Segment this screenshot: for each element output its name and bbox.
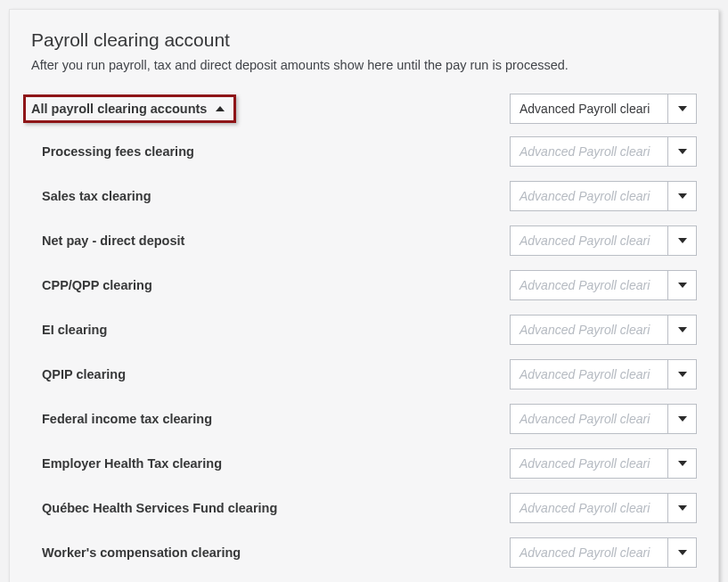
dropdown-toggle-button[interactable] (667, 449, 696, 478)
chevron-down-icon (678, 106, 687, 111)
row-label: Worker's compensation clearing (31, 545, 241, 562)
all-accounts-dropdown[interactable]: Advanced Payroll cleari (510, 94, 697, 124)
clearing-rows: Processing fees clearing Advanced Payrol… (31, 136, 697, 568)
cpp-qpp-dropdown[interactable]: Advanced Payroll cleari (510, 270, 697, 300)
processing-fees-dropdown[interactable]: Advanced Payroll cleari (510, 136, 697, 167)
clearing-row: Processing fees clearing Advanced Payrol… (31, 136, 697, 167)
clearing-row: CPP/QPP clearing Advanced Payroll cleari (31, 270, 697, 300)
quebec-health-dropdown[interactable]: Advanced Payroll cleari (510, 493, 697, 523)
clearing-row: Net pay - direct deposit Advanced Payrol… (31, 225, 697, 256)
dropdown-toggle-button[interactable] (667, 316, 696, 344)
chevron-down-icon (678, 283, 687, 288)
row-label: Federal income tax clearing (31, 411, 212, 428)
dropdown-toggle-button[interactable] (667, 360, 696, 389)
row-label: Employer Health Tax clearing (31, 455, 222, 472)
dropdown-value: Advanced Payroll cleari (511, 449, 667, 478)
clearing-row: Québec Health Services Fund clearing Adv… (31, 493, 697, 523)
dropdown-toggle-button[interactable] (667, 94, 696, 123)
sales-tax-dropdown[interactable]: Advanced Payroll cleari (510, 181, 697, 211)
dropdown-value: Advanced Payroll cleari (511, 271, 667, 299)
payroll-clearing-panel: Payroll clearing account After you run p… (9, 9, 719, 582)
federal-tax-dropdown[interactable]: Advanced Payroll cleari (510, 404, 697, 434)
dropdown-toggle-button[interactable] (667, 494, 696, 522)
employer-health-dropdown[interactable]: Advanced Payroll cleari (510, 448, 697, 479)
chevron-down-icon (678, 238, 687, 243)
chevron-up-icon (216, 106, 225, 111)
dropdown-value: Advanced Payroll cleari (511, 405, 667, 433)
row-label: Net pay - direct deposit (31, 233, 184, 250)
clearing-row: Federal income tax clearing Advanced Pay… (31, 404, 697, 434)
clearing-row: Sales tax clearing Advanced Payroll clea… (31, 181, 697, 211)
qpip-dropdown[interactable]: Advanced Payroll cleari (510, 359, 697, 389)
dropdown-toggle-button[interactable] (667, 271, 696, 299)
chevron-down-icon (678, 327, 687, 332)
net-pay-dropdown[interactable]: Advanced Payroll cleari (510, 225, 697, 256)
clearing-row: Worker's compensation clearing Advanced … (31, 537, 697, 568)
chevron-down-icon (678, 505, 687, 511)
dropdown-value: Advanced Payroll cleari (511, 137, 667, 166)
row-label: EI clearing (31, 322, 107, 339)
clearing-row: EI clearing Advanced Payroll cleari (31, 315, 697, 345)
dropdown-toggle-button[interactable] (667, 405, 696, 433)
row-label: Québec Health Services Fund clearing (31, 500, 277, 517)
row-label: QPIP clearing (31, 366, 126, 383)
row-label: Processing fees clearing (31, 143, 194, 160)
chevron-down-icon (678, 372, 687, 377)
toggle-label: All payroll clearing accounts (31, 102, 207, 116)
clearing-row: Employer Health Tax clearing Advanced Pa… (31, 448, 697, 479)
clearing-row: QPIP clearing Advanced Payroll cleari (31, 359, 697, 389)
dropdown-value: Advanced Payroll cleari (511, 226, 667, 255)
row-label: CPP/QPP clearing (31, 277, 152, 294)
ei-dropdown[interactable]: Advanced Payroll cleari (510, 315, 697, 345)
dropdown-toggle-button[interactable] (667, 538, 696, 567)
panel-description: After you run payroll, tax and direct de… (31, 58, 697, 72)
chevron-down-icon (678, 149, 687, 154)
workers-comp-dropdown[interactable]: Advanced Payroll cleari (510, 537, 697, 568)
dropdown-toggle-button[interactable] (667, 137, 696, 166)
toggle-row: All payroll clearing accounts Advanced P… (31, 94, 697, 124)
chevron-down-icon (678, 550, 687, 555)
chevron-down-icon (678, 461, 687, 466)
panel-title: Payroll clearing account (31, 29, 697, 51)
dropdown-toggle-button[interactable] (667, 226, 696, 255)
chevron-down-icon (678, 416, 687, 422)
dropdown-toggle-button[interactable] (667, 182, 696, 210)
dropdown-value: Advanced Payroll cleari (511, 538, 667, 567)
chevron-down-icon (678, 193, 687, 199)
dropdown-value: Advanced Payroll cleari (511, 360, 667, 389)
row-label: Sales tax clearing (31, 188, 151, 205)
all-payroll-clearing-toggle[interactable]: All payroll clearing accounts (23, 94, 236, 123)
dropdown-value: Advanced Payroll cleari (511, 182, 667, 210)
dropdown-value: Advanced Payroll cleari (511, 94, 667, 123)
dropdown-value: Advanced Payroll cleari (511, 494, 667, 522)
dropdown-value: Advanced Payroll cleari (511, 316, 667, 344)
